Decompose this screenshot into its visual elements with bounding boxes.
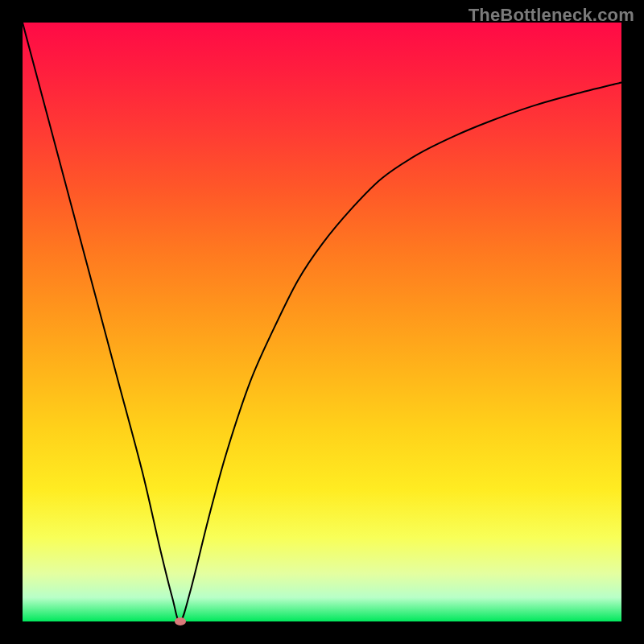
- optimal-point-marker: [175, 617, 186, 625]
- bottleneck-curve: [23, 23, 621, 621]
- chart-container: TheBottleneck.com: [0, 0, 644, 644]
- curve-layer: [23, 23, 621, 621]
- watermark-text: TheBottleneck.com: [469, 5, 634, 26]
